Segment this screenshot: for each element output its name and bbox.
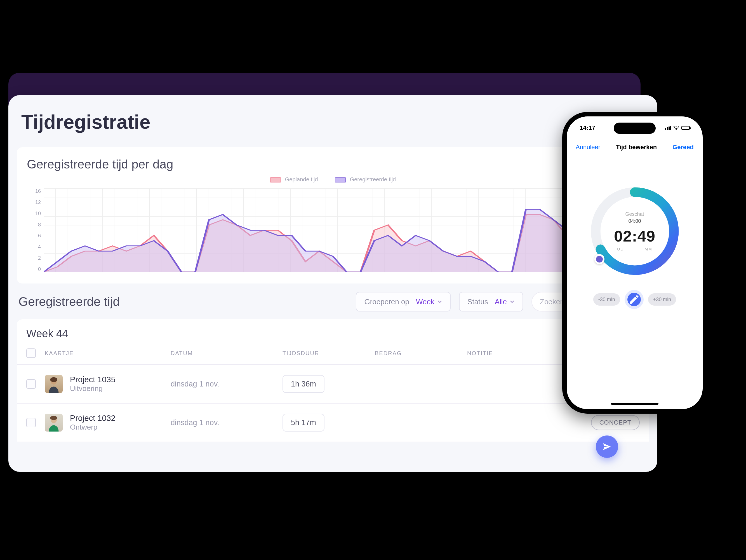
row-checkbox[interactable] <box>26 379 36 389</box>
modal-header: Annuleer Tijd bewerken Gereed <box>567 139 702 155</box>
desktop-window: Tijdregistratie Geregistreerde tijd per … <box>8 95 657 472</box>
legend-registered: Geregistreerde tijd <box>335 176 396 183</box>
chart-legend: Geplande tijd Geregistreerde tijd <box>27 176 639 186</box>
avatar <box>45 375 63 393</box>
table-header: KAARTJE DATUM TIJDSDUUR BEDRAG NOTITIE S… <box>17 345 649 365</box>
select-all-checkbox[interactable] <box>26 348 36 358</box>
time-value: 02:49 <box>614 227 655 245</box>
registered-time-section: Geregistreerde tijd Groeperen op Week St… <box>17 292 649 442</box>
svg-point-1 <box>50 377 57 382</box>
svg-point-3 <box>50 416 57 420</box>
project-sub: Uitvoering <box>70 384 116 393</box>
status-pill[interactable]: CONCEPT <box>591 415 640 430</box>
section2-title: Geregistreerde tijd <box>17 295 347 309</box>
pencil-icon <box>627 293 641 306</box>
done-button[interactable]: Gereed <box>672 144 694 151</box>
col-date: DATUM <box>171 350 283 357</box>
cancel-button[interactable]: Annuleer <box>576 144 600 151</box>
chevron-down-icon <box>510 299 515 304</box>
plus-30-button[interactable]: +30 min <box>648 293 676 306</box>
chart-card: Geregistreerde tijd per dag Geplande tij… <box>17 147 649 283</box>
legend-planned: Geplande tijd <box>270 176 318 183</box>
status-select[interactable]: Status Alle <box>459 292 523 311</box>
y-axis: 16 12 10 8 6 4 2 0 <box>27 188 41 272</box>
time-table: Week 44 KAARTJE DATUM TIJDSDUUR BEDRAG N… <box>17 319 649 442</box>
time-ring[interactable]: Geschat 04:00 02:49 UU MM <box>567 184 702 279</box>
chart-plot <box>44 188 636 272</box>
cell-date: dinsdag 1 nov. <box>171 380 283 388</box>
phone-screen: 14:17 Annuleer Tijd bewerken Gereed <box>567 116 702 409</box>
edit-button[interactable] <box>627 293 641 306</box>
col-amount: BEDRAG <box>375 350 467 357</box>
estimated-label: Geschat <box>625 211 644 217</box>
project-name: Project 1035 <box>70 375 116 384</box>
adjust-row: -30 min +30 min <box>567 293 702 306</box>
avatar <box>45 414 63 431</box>
chevron-down-icon <box>437 299 442 304</box>
hours-label: UU <box>617 247 624 251</box>
send-fab[interactable] <box>596 436 618 458</box>
phone-device: 14:17 Annuleer Tijd bewerken Gereed <box>562 112 707 414</box>
wifi-icon <box>673 125 679 130</box>
col-duration: TIJDSDUUR <box>283 350 375 357</box>
chart-area: 16 12 10 8 6 4 2 0 <box>27 188 639 281</box>
row-checkbox[interactable] <box>26 418 36 427</box>
page-title: Tijdregistratie <box>8 95 657 144</box>
group-by-select[interactable]: Groeperen op Week <box>356 292 450 311</box>
ring-knob[interactable] <box>594 254 604 264</box>
minus-30-button[interactable]: -30 min <box>593 293 620 306</box>
signal-icon <box>665 125 671 130</box>
modal-title: Tijd bewerken <box>616 144 657 151</box>
home-indicator[interactable] <box>611 403 658 405</box>
col-card: KAARTJE <box>45 350 171 357</box>
estimated-value: 04:00 <box>628 218 641 224</box>
cell-date: dinsdag 1 nov. <box>171 418 283 427</box>
battery-icon <box>681 126 690 130</box>
table-row[interactable]: Project 1035 Uitvoering dinsdag 1 nov. 1… <box>17 365 649 403</box>
project-sub: Ontwerp <box>70 423 116 431</box>
cell-duration[interactable]: 1h 36m <box>283 375 324 393</box>
chart-title: Geregistreerde tijd per dag <box>27 157 639 176</box>
send-icon <box>602 442 612 452</box>
project-name: Project 1032 <box>70 414 116 423</box>
table-row[interactable]: Project 1032 Ontwerp dinsdag 1 nov. 5h 1… <box>17 403 649 442</box>
clock: 14:17 <box>580 124 595 132</box>
week-label: Week 44 <box>17 328 649 345</box>
cell-duration[interactable]: 5h 17m <box>283 414 324 431</box>
minutes-label: MM <box>644 247 652 251</box>
notch <box>614 122 656 134</box>
